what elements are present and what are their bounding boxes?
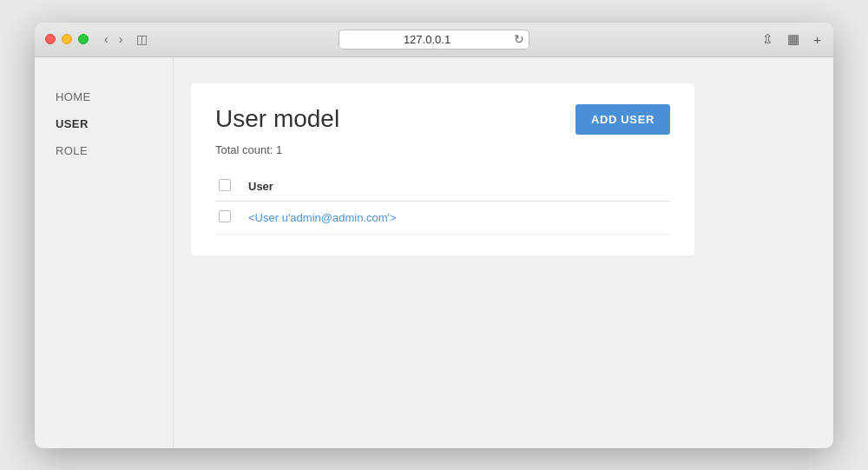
main-content: User model ADD USER Total count: 1 User xyxy=(174,57,833,448)
user-table: User <User u'admin@admin.com'> xyxy=(215,172,670,235)
share-button[interactable]: ⇫ xyxy=(760,30,775,49)
row-checkbox[interactable] xyxy=(219,210,231,222)
traffic-lights xyxy=(45,34,89,44)
sidebar: HOME USER ROLE xyxy=(35,57,174,448)
maximize-button[interactable] xyxy=(78,34,89,44)
sidebar-item-role[interactable]: ROLE xyxy=(35,137,173,164)
sidebar-item-home[interactable]: HOME xyxy=(35,83,173,110)
add-user-button[interactable]: ADD USER xyxy=(575,104,670,135)
nav-buttons: ‹ › xyxy=(101,31,126,47)
tabs-button[interactable]: ▦ xyxy=(786,30,801,49)
sidebar-toggle-button[interactable]: ◫ xyxy=(133,30,151,48)
header-checkbox-cell xyxy=(215,172,240,202)
back-button[interactable]: ‹ xyxy=(101,31,112,47)
reload-button[interactable]: ↻ xyxy=(514,32,524,46)
card-header: User model ADD USER xyxy=(215,104,670,135)
title-bar: ‹ › ◫ ↻ ⇫ ▦ + xyxy=(35,23,833,57)
table-row: <User u'admin@admin.com'> xyxy=(215,201,670,234)
right-icons: ⇫ ▦ + xyxy=(760,30,823,49)
new-tab-button[interactable]: + xyxy=(812,30,823,49)
user-cell: <User u'admin@admin.com'> xyxy=(240,201,670,234)
row-checkbox-cell xyxy=(215,201,240,234)
user-link[interactable]: <User u'admin@admin.com'> xyxy=(248,211,397,224)
content-card: User model ADD USER Total count: 1 User xyxy=(191,83,694,255)
browser-window: ‹ › ◫ ↻ ⇫ ▦ + HOME USER ROLE Us xyxy=(35,23,833,448)
address-bar-container: ↻ xyxy=(339,30,529,50)
total-count: Total count: 1 xyxy=(215,143,670,156)
forward-button[interactable]: › xyxy=(115,31,127,47)
close-button[interactable] xyxy=(45,34,56,44)
minimize-button[interactable] xyxy=(62,34,72,44)
address-bar-area: ↻ xyxy=(339,30,529,50)
browser-content: HOME USER ROLE User model ADD USER Total… xyxy=(35,57,833,448)
page-title: User model xyxy=(215,105,339,133)
sidebar-item-user[interactable]: USER xyxy=(35,110,173,137)
user-column-header: User xyxy=(240,172,670,202)
address-bar[interactable] xyxy=(339,30,529,50)
table-header-row: User xyxy=(215,172,670,202)
select-all-checkbox[interactable] xyxy=(219,179,231,191)
